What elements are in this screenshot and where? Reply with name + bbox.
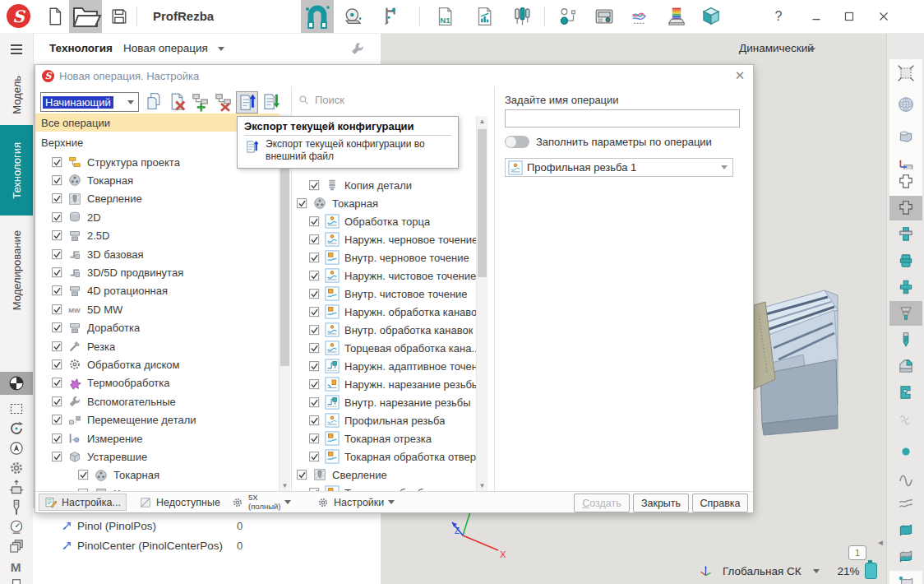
checkbox-checked-icon[interactable] — [52, 193, 62, 204]
mid-tree-scrollbar[interactable]: ▲ ▼ — [476, 116, 487, 491]
maximize-button[interactable] — [837, 7, 862, 26]
checkbox-checked-icon[interactable] — [52, 396, 62, 407]
help-button[interactable]: ? — [766, 7, 791, 26]
checkbox-checked-icon[interactable] — [309, 271, 320, 281]
checkbox-checked-icon[interactable] — [52, 230, 62, 241]
show-machine-button[interactable] — [889, 380, 922, 405]
machining-nodes-button[interactable] — [557, 6, 579, 27]
chevron-down-icon[interactable] — [813, 569, 820, 573]
tree-item[interactable]: Наружн. нарезание резьбы — [293, 375, 490, 393]
checkbox-checked-icon[interactable] — [297, 198, 307, 209]
show-mixed-surface-button[interactable] — [889, 545, 922, 569]
show-surface-button[interactable] — [889, 518, 922, 543]
material-m-button[interactable]: M — [7, 558, 26, 576]
create-button[interactable]: Создать — [574, 494, 630, 512]
tree-item[interactable]: Устаревшие — [35, 447, 279, 466]
show-hatch-button[interactable] — [889, 406, 922, 431]
tree-item[interactable]: Измерение — [35, 429, 279, 447]
show-part-teal-button[interactable] — [889, 222, 922, 247]
minimize-button[interactable] — [804, 7, 829, 26]
tree-item[interactable]: Обработка торца — [293, 212, 490, 230]
settings-gear-button[interactable] — [7, 459, 26, 477]
tool-spindle-button[interactable] — [7, 498, 26, 517]
tab-5x-mode[interactable]: 5X (полный) — [226, 494, 296, 511]
tab-technology[interactable]: Технология — [0, 125, 33, 216]
tree-item[interactable]: 3D базовая — [35, 245, 279, 263]
tree-item[interactable]: Токарная — [293, 194, 490, 212]
press-button[interactable] — [7, 577, 26, 584]
graphs-button[interactable] — [630, 6, 651, 27]
show-funnel-button[interactable] — [889, 301, 922, 326]
checkbox-checked-icon[interactable] — [309, 216, 320, 227]
fit-view-button[interactable] — [889, 61, 922, 86]
tool-library-button[interactable] — [511, 6, 533, 27]
tree-item[interactable]: Черновая — [35, 484, 279, 491]
tree-item[interactable]: Наружн. черновое точение — [293, 230, 490, 248]
caliper-button[interactable] — [380, 6, 401, 27]
checkbox-checked-icon[interactable] — [309, 234, 320, 245]
checkbox-checked-icon[interactable] — [78, 470, 89, 480]
checkbox-checked-icon[interactable] — [309, 379, 320, 390]
checkbox-checked-icon[interactable] — [52, 175, 62, 186]
coordinate-system-dropdown[interactable]: Глобальная СК — [723, 565, 802, 577]
tree-item[interactable]: Вспомогательные — [35, 392, 279, 410]
param-row[interactable]: Pinol (PinolPos) 0 — [33, 517, 381, 535]
checkbox-checked-icon[interactable] — [309, 433, 320, 444]
checkbox-checked-icon[interactable] — [309, 361, 320, 372]
scroll-down-arrow[interactable]: ▼ — [477, 480, 487, 491]
tab-unavailable[interactable]: Недоступные — [134, 494, 225, 511]
measure-tape-button[interactable] — [342, 6, 363, 27]
scroll-up-arrow[interactable]: ▲ — [477, 116, 487, 127]
layers-button[interactable] — [7, 538, 26, 556]
checkbox-checked-icon[interactable] — [52, 452, 62, 462]
postprocessor-button[interactable] — [666, 6, 687, 27]
show-toolholder-button[interactable] — [889, 354, 922, 378]
tree-item[interactable]: Внутр. чистовое точение — [293, 285, 490, 303]
view-mode-dropdown[interactable]: Динамический — [739, 42, 814, 54]
tree-item[interactable]: Внутр. черновое точение — [293, 248, 490, 267]
operation-name-input[interactable] — [505, 109, 740, 127]
checkbox-checked-icon[interactable] — [52, 249, 62, 260]
tree-item[interactable]: MW5D MW — [35, 300, 279, 318]
checkbox-checked-icon[interactable] — [52, 378, 62, 388]
nc-program-button[interactable]: N1 — [434, 6, 455, 27]
checkbox-checked-icon[interactable] — [52, 359, 62, 370]
cnc-panel-button[interactable] — [594, 6, 615, 27]
scroll-down-arrow[interactable]: ▼ — [280, 480, 290, 491]
hamburger-menu-icon[interactable] — [7, 41, 26, 58]
tree-item[interactable]: 4D ротационная — [35, 282, 279, 300]
checkbox-checked-icon[interactable] — [52, 285, 62, 296]
tree-item[interactable]: Токарная — [35, 171, 279, 189]
show-cylinder-button[interactable] — [889, 248, 922, 273]
tree-item[interactable]: Доработка — [35, 319, 279, 337]
tree-item[interactable]: Наружн. адаптивное точен... — [293, 357, 490, 375]
tree-item[interactable]: Токарная обработка отвер... — [293, 484, 490, 491]
checkbox-checked-icon[interactable] — [52, 433, 62, 444]
sphere-view-button[interactable] — [889, 92, 922, 117]
tree-item[interactable]: 2.5D — [35, 227, 279, 245]
show-part-gray-button[interactable] — [889, 196, 922, 220]
show-point-button[interactable] — [889, 439, 922, 464]
checkbox-checked-icon[interactable] — [309, 397, 320, 408]
tree-item[interactable]: Перемещение детали — [35, 411, 279, 429]
tree-item[interactable]: Резка — [35, 337, 279, 355]
show-tool-button[interactable] — [889, 327, 922, 352]
checkbox-checked-icon[interactable] — [52, 267, 62, 278]
tree-item[interactable]: 3D/5D продвинутая — [35, 263, 279, 281]
show-stock-button[interactable] — [889, 275, 922, 299]
workpiece-datum-button[interactable] — [0, 372, 33, 395]
search-input[interactable]: Поиск — [298, 91, 344, 108]
chevron-down-icon[interactable] — [218, 47, 224, 51]
tree-item[interactable]: Сверление — [35, 190, 279, 208]
show-wireframe-button[interactable] — [889, 492, 922, 517]
show-curve-button[interactable] — [889, 466, 922, 490]
gauge-button[interactable] — [7, 518, 26, 536]
reference-operation-dropdown[interactable]: Профильная резьба 1 — [505, 158, 733, 177]
tree-item[interactable]: Внутр. обработка канавок — [293, 321, 490, 339]
tree-item[interactable]: Наружн. чистовое точение — [293, 267, 490, 285]
checkbox-checked-icon[interactable] — [52, 341, 62, 352]
show-part-outline-button[interactable] — [889, 169, 922, 194]
report-chart-button[interactable] — [474, 6, 495, 27]
param-row[interactable]: PinolCenter (PinolCenterPos) 0 — [33, 536, 381, 554]
dialog-titlebar[interactable]: Новая операция. Настройка ✕ — [35, 65, 753, 86]
